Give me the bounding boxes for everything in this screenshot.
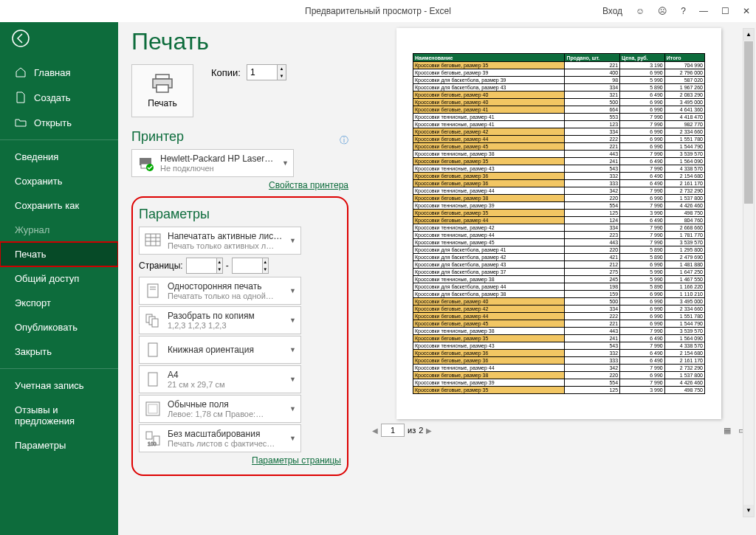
nav-home-label: Главная bbox=[34, 67, 70, 78]
nav-home[interactable]: Главная bbox=[0, 60, 118, 85]
chevron-down-icon: ▼ bbox=[289, 346, 296, 353]
table-row: Кроссовки беговые, размер 363336 4902 16… bbox=[413, 180, 705, 187]
svg-rect-12 bbox=[148, 284, 158, 297]
table-header: Продано, шт. bbox=[565, 54, 620, 62]
nav-history: Журнал bbox=[0, 218, 118, 242]
print-preview: НаименованиеПродано, шт.Цена, руб.Итого … bbox=[362, 22, 756, 535]
printer-status-icon bbox=[137, 154, 154, 172]
nav-options[interactable]: Параметры bbox=[0, 433, 118, 458]
paper-dropdown[interactable]: A421 см x 29,7 см ▼ bbox=[139, 365, 301, 393]
face-sad-icon[interactable]: ☹ bbox=[658, 6, 667, 16]
scroll-thumb[interactable] bbox=[744, 41, 753, 204]
svg-rect-22 bbox=[146, 432, 152, 439]
back-button[interactable] bbox=[0, 25, 118, 60]
table-row: Кроссовки беговые, размер 416646 9904 64… bbox=[413, 106, 705, 114]
pages-from-spinner[interactable]: ▲▼ bbox=[186, 258, 223, 274]
orientation-dropdown[interactable]: Книжная ориентация ▼ bbox=[139, 336, 301, 364]
nav-open[interactable]: Открыть bbox=[0, 110, 118, 135]
help-icon[interactable]: ? bbox=[681, 6, 686, 16]
margins-dropdown[interactable]: Обычные поляЛевое: 1,78 см Правое:… ▼ bbox=[139, 395, 301, 423]
table-row: Кроссовки беговые, размер 452216 9901 54… bbox=[413, 143, 705, 151]
print-button[interactable]: Печать bbox=[131, 64, 193, 117]
table-row: Кроссовки беговые, размер 405006 9903 49… bbox=[413, 99, 705, 106]
table-row: Кроссовки теннисные, размер 443427 9902 … bbox=[413, 365, 705, 372]
info-icon[interactable]: ⓘ bbox=[340, 134, 348, 147]
nav-account[interactable]: Учетная запись bbox=[0, 373, 118, 398]
collate-dropdown[interactable]: Разобрать по копиям1,2,3 1,2,3 1,2,3 ▼ bbox=[139, 306, 301, 334]
printer-name: Hewlett-Packard HP LaserJe… bbox=[160, 153, 276, 164]
nav-new-label: Создать bbox=[34, 92, 70, 103]
scaling-dropdown[interactable]: 100 Без масштабированияПечать листов с ф… bbox=[139, 424, 301, 452]
sides-dropdown[interactable]: Односторонняя печатьПечатать только на о… bbox=[139, 277, 301, 305]
vertical-scrollbar[interactable]: ▲ ▼ bbox=[743, 28, 755, 517]
table-row: Кроссовки беговые, размер 442226 9901 55… bbox=[413, 136, 705, 143]
svg-rect-1 bbox=[156, 75, 169, 79]
prev-page-button[interactable]: ◀ bbox=[372, 427, 378, 435]
nav-new[interactable]: Создать bbox=[0, 85, 118, 110]
copies-label: Копии: bbox=[211, 67, 241, 78]
chevron-down-icon: ▼ bbox=[289, 287, 296, 294]
table-row: Кроссовки для баскетбола, размер 372755 … bbox=[413, 269, 705, 276]
nav-info[interactable]: Сведения bbox=[0, 145, 118, 169]
copies-spinner[interactable]: ▲▼ bbox=[247, 64, 286, 80]
nav-saveas[interactable]: Сохранить как bbox=[0, 193, 118, 218]
close-button[interactable]: ✕ bbox=[743, 6, 750, 16]
scroll-down-icon[interactable]: ▼ bbox=[743, 505, 754, 517]
table-row: Кроссовки беговые, размер 423346 9902 33… bbox=[413, 128, 705, 136]
svg-rect-18 bbox=[148, 343, 157, 356]
nav-close[interactable]: Закрыть bbox=[0, 339, 118, 364]
table-row: Кроссовки теннисные, размер 395547 9904 … bbox=[413, 379, 705, 387]
table-row: Кроссовки беговые, размер 352213 190704 … bbox=[413, 62, 705, 69]
pages-label: Страницы: bbox=[139, 260, 183, 271]
margins-icon bbox=[144, 400, 162, 418]
table-row: Кроссовки беговые, размер 363326 4902 15… bbox=[413, 350, 705, 357]
svg-point-0 bbox=[13, 30, 29, 46]
collate-icon bbox=[144, 311, 162, 329]
printer-dropdown[interactable]: Hewlett-Packard HP LaserJe… Не подключен… bbox=[131, 149, 294, 177]
scroll-up-icon[interactable]: ▲ bbox=[743, 29, 754, 41]
svg-rect-7 bbox=[145, 234, 160, 246]
face-smile-icon[interactable]: ☺ bbox=[636, 6, 645, 16]
print-settings-panel: Печать Печать Копии: ▲▼ Принтер ⓘ bbox=[118, 22, 362, 535]
next-page-button[interactable]: ▶ bbox=[426, 427, 432, 435]
table-row: Кроссовки для баскетбола, размер 433345 … bbox=[413, 84, 705, 92]
preview-footer: ◀ из 2 ▶ ▦ ▭ bbox=[371, 419, 747, 437]
page-title: Печать bbox=[131, 28, 348, 55]
nav-feedback[interactable]: Отзывы и предложения bbox=[0, 398, 118, 433]
signin-link[interactable]: Вход bbox=[602, 6, 622, 16]
paper-icon bbox=[144, 370, 162, 388]
table-row: Кроссовки для баскетбола, размер 39985 9… bbox=[413, 77, 705, 84]
svg-rect-17 bbox=[152, 319, 158, 327]
print-what-dropdown[interactable]: Напечатать активные листы Печать только … bbox=[139, 227, 301, 255]
table-row: Кроссовки теннисные, размер 382455 9901 … bbox=[413, 276, 705, 283]
open-icon bbox=[15, 117, 27, 128]
table-row: Кроссовки для баскетбола, размер 381596 … bbox=[413, 291, 705, 298]
table-row: Кроссовки беговые, размер 382206 9901 53… bbox=[413, 195, 705, 202]
table-row: Кроссовки беговые, размер 351253 990498 … bbox=[413, 210, 705, 217]
table-row: Кроссовки для баскетбола, размер 441985 … bbox=[413, 283, 705, 291]
table-row: Кроссовки беговые, размер 352416 4901 56… bbox=[413, 158, 705, 165]
chevron-down-icon: ▼ bbox=[282, 159, 289, 167]
page-current-input[interactable] bbox=[381, 424, 405, 437]
nav-export[interactable]: Экспорт bbox=[0, 291, 118, 315]
pages-to-spinner[interactable]: ▲▼ bbox=[232, 258, 269, 274]
page-setup-link[interactable]: Параметры страницы bbox=[139, 455, 341, 466]
printer-properties-link[interactable]: Свойства принтера bbox=[131, 180, 348, 190]
nav-share[interactable]: Общий доступ bbox=[0, 266, 118, 291]
spin-down-icon[interactable]: ▼ bbox=[278, 72, 286, 80]
table-header: Наименование bbox=[413, 54, 565, 62]
nav-publish[interactable]: Опубликовать bbox=[0, 315, 118, 339]
nav-print[interactable]: Печать bbox=[0, 242, 118, 266]
maximize-button[interactable]: ☐ bbox=[721, 6, 729, 16]
minimize-button[interactable]: — bbox=[699, 6, 708, 16]
spin-up-icon[interactable]: ▲ bbox=[278, 65, 286, 72]
parameters-highlight: Параметры Напечатать активные листы Печа… bbox=[131, 196, 348, 476]
svg-rect-19 bbox=[148, 373, 157, 386]
table-row: Кроссовки беговые, размер 363336 4902 16… bbox=[413, 357, 705, 365]
table-row: Кроссовки беговые, размер 363326 4902 15… bbox=[413, 173, 705, 180]
table-row: Кроссовки теннисные, размер 442237 9901 … bbox=[413, 232, 705, 239]
copies-input[interactable] bbox=[247, 65, 277, 80]
show-margins-button[interactable]: ▦ bbox=[724, 426, 731, 435]
nav-save[interactable]: Сохранить bbox=[0, 169, 118, 193]
printer-icon bbox=[151, 73, 174, 94]
